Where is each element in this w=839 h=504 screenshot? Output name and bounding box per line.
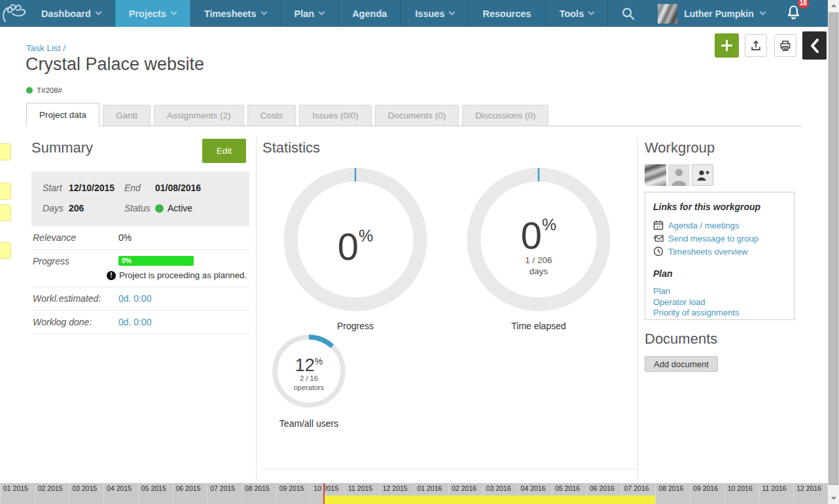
tab[interactable]: Issues (0/0) <box>299 105 372 126</box>
person-icon <box>668 164 690 186</box>
printer-icon <box>779 39 792 52</box>
notifications-button[interactable]: 18 <box>785 3 802 24</box>
gauge-unit: % <box>359 226 373 245</box>
nav-item-label: Projects <box>129 9 166 19</box>
member-avatar[interactable] <box>645 164 666 186</box>
tab-bar: Project dataGanttAssignments (2)CostsIss… <box>26 103 802 126</box>
progress-label: Progress <box>33 256 118 280</box>
app-logo[interactable] <box>0 0 27 27</box>
plan-section-title: Plan <box>653 268 786 279</box>
sticky-note-tab[interactable] <box>0 242 11 259</box>
tab[interactable]: Gantt <box>103 105 151 126</box>
timeline-month-cell: 11 2016 <box>759 483 793 504</box>
relevance-row: Relevance 0% <box>31 226 249 250</box>
gauge-fraction: 2 / 16 <box>300 374 318 384</box>
nav-item[interactable]: Tools <box>546 0 609 27</box>
chevron-down-icon <box>449 9 455 16</box>
workload-estimated-value[interactable]: 0d. 0:00 <box>118 293 152 304</box>
nav-item[interactable]: Dashboard <box>27 0 115 27</box>
scrollbar-thumb[interactable] <box>829 12 838 485</box>
gauge-value: 0% <box>283 168 427 314</box>
status-text: Active <box>168 203 192 213</box>
timeline-today-marker <box>323 483 325 504</box>
nav-menu: Dashboard Projects Timesheets Plan Agend… <box>27 0 608 27</box>
workgroup-heading: Workgroup <box>645 139 715 156</box>
timeline-month-cell: 02 2015 <box>35 483 69 504</box>
user-name: Luther Pumpkin <box>684 9 754 19</box>
scroll-down-button[interactable] <box>828 493 839 504</box>
edit-button[interactable]: Edit <box>202 139 246 163</box>
plan-links: PlanOperator loadPriority of assignments <box>653 286 786 319</box>
gauge-fraction-unit: operators <box>294 384 324 393</box>
gauge-ring: 0% 1 / 206 days <box>467 168 611 314</box>
top-nav: Dashboard Projects Timesheets Plan Agend… <box>0 0 828 27</box>
gauge-number: 0 <box>338 225 359 268</box>
search-button[interactable] <box>608 7 649 21</box>
end-value: 01/08/2016 <box>155 183 201 193</box>
send-message-icon <box>653 233 664 243</box>
breadcrumb[interactable]: Task List / <box>26 43 65 53</box>
progress-note-text: Project is proceeding as planned. <box>119 270 247 280</box>
print-button[interactable] <box>774 34 796 57</box>
tab[interactable]: Assignments (2) <box>154 105 244 126</box>
tab[interactable]: Costs <box>247 105 296 126</box>
gauge-fraction-unit: days <box>529 266 548 277</box>
nav-item-label: Timesheets <box>204 9 257 19</box>
app-logo-squiggle <box>0 3 27 24</box>
collapse-panel-button[interactable] <box>802 31 827 60</box>
link-label: Agenda / meetings <box>668 221 739 230</box>
sticky-note-tab[interactable] <box>0 183 11 200</box>
nav-item[interactable]: Projects <box>115 0 190 27</box>
tab[interactable]: Discussions (0) <box>462 105 548 126</box>
chevron-down-icon <box>171 9 177 16</box>
add-member-button[interactable] <box>692 164 713 186</box>
timeline-month-cell: 03 2015 <box>69 483 103 504</box>
task-code-line: T#208# <box>26 86 62 94</box>
timesheets-overview-link[interactable]: Timesheets overview <box>653 246 786 257</box>
member-avatar-placeholder[interactable] <box>668 164 690 186</box>
timeline-month-cell: 05 2015 <box>138 483 173 504</box>
svg-text:17: 17 <box>656 225 661 229</box>
worklog-done-label: Worklog done: <box>33 317 118 327</box>
workload-estimated-label: Workl.estimated: <box>33 293 118 304</box>
nav-item[interactable]: Issues <box>401 0 469 27</box>
tab[interactable]: Project data <box>26 103 99 126</box>
person-add-icon <box>696 170 709 181</box>
summary-heading: Summary <box>31 139 93 156</box>
statistics-heading: Statistics <box>262 139 320 156</box>
add-button[interactable] <box>715 33 739 58</box>
vertical-scrollbar[interactable] <box>828 0 839 504</box>
workgroup-avatars <box>645 164 713 186</box>
send-message-link[interactable]: Send message to group <box>653 233 786 243</box>
timeline-project-bar <box>324 495 655 504</box>
timeline-month-cell: 09 2016 <box>690 483 724 504</box>
status-dot-icon <box>26 87 33 94</box>
nav-item[interactable]: Timesheets <box>190 0 281 27</box>
upload-button[interactable] <box>745 34 767 57</box>
add-document-button[interactable]: Add document <box>645 356 718 372</box>
workgroup-links-box: Links for this workgroup 17 Agenda / mee… <box>645 192 794 320</box>
end-label: End <box>124 183 155 193</box>
timeline-month-cell: 04 2015 <box>103 483 138 504</box>
sticky-note-tab[interactable] <box>0 143 11 160</box>
plan-link[interactable]: Operator load <box>653 297 786 308</box>
plan-link[interactable]: Priority of assignments <box>653 308 786 319</box>
nav-item[interactable]: Plan <box>281 0 339 27</box>
dates-row: Start 12/10/2015 End 01/08/2016 <box>43 183 249 193</box>
agenda-meetings-link[interactable]: 17 Agenda / meetings <box>653 220 786 230</box>
chevron-down-icon <box>319 9 325 16</box>
scroll-up-button[interactable] <box>828 0 839 11</box>
tab[interactable]: Documents (0) <box>375 105 459 126</box>
sticky-note-tab[interactable] <box>0 204 11 221</box>
nav-item[interactable]: Resources <box>469 0 545 27</box>
link-label: Send message to group <box>668 234 759 243</box>
notification-badge: 18 <box>798 0 809 9</box>
user-menu[interactable]: Luther Pumpkin <box>649 4 772 24</box>
warning-icon <box>107 271 116 280</box>
nav-item[interactable]: Agenda <box>338 0 401 27</box>
workload-estimated-row: Workl.estimated: 0d. 0:00 <box>31 287 249 311</box>
task-code: T#208# <box>37 86 62 94</box>
triangle-down-icon <box>831 497 836 500</box>
plan-link[interactable]: Plan <box>653 286 786 297</box>
worklog-done-value[interactable]: 0d. 0:00 <box>118 317 152 327</box>
